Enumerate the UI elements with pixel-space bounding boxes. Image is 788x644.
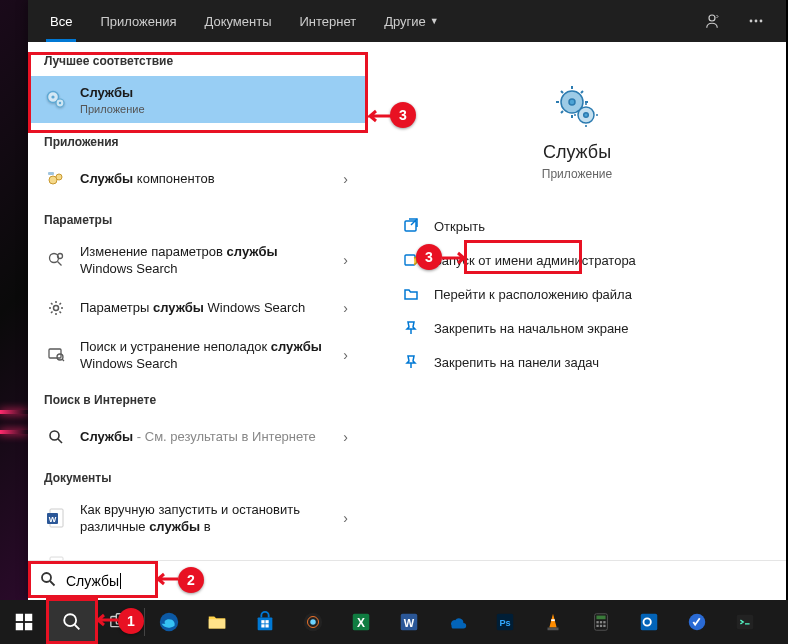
taskbar-app-store[interactable] — [241, 600, 289, 644]
filter-tab-bar: Все Приложения Документы Интернет Другие… — [28, 0, 786, 42]
section-best-match: Лучшее соответствие — [28, 42, 368, 76]
svg-rect-59 — [603, 621, 605, 623]
chevron-right-icon[interactable]: › — [339, 510, 352, 526]
svg-rect-30 — [16, 614, 23, 621]
svg-point-0 — [709, 15, 715, 21]
open-icon — [402, 217, 420, 235]
tab-apps[interactable]: Приложения — [86, 0, 190, 42]
result-doc-item[interactable]: W Какой срок службы › — [28, 544, 368, 560]
preview-title: Службы — [392, 142, 762, 163]
result-doc-item[interactable]: W Как вручную запустить и остановить раз… — [28, 493, 368, 544]
preview-subtitle: Приложение — [392, 167, 762, 181]
result-setting-item[interactable]: Изменение параметров службы Windows Sear… — [28, 235, 368, 286]
taskbar: X W Ps — [0, 600, 788, 644]
action-open-location[interactable]: Перейти к расположению файла — [392, 277, 762, 311]
svg-point-24 — [569, 99, 575, 105]
search-icon — [44, 425, 68, 449]
taskbar-app-outlook[interactable] — [625, 600, 673, 644]
chevron-right-icon[interactable]: › — [339, 429, 352, 445]
component-services-icon — [44, 167, 68, 191]
action-pin-start[interactable]: Закрепить на начальном экране — [392, 311, 762, 345]
svg-rect-58 — [600, 621, 602, 623]
gear-icon — [44, 296, 68, 320]
search-icon — [40, 571, 56, 591]
svg-point-16 — [50, 431, 59, 440]
svg-rect-53 — [551, 619, 555, 621]
chevron-right-icon[interactable]: › — [339, 252, 352, 268]
svg-rect-31 — [25, 614, 32, 621]
section-documents: Документы — [28, 459, 368, 493]
taskbar-app-vlc[interactable] — [529, 600, 577, 644]
svg-rect-36 — [116, 614, 129, 624]
results-list: Лучшее соответствие Службы Приложение Пр… — [28, 42, 368, 560]
section-web: Поиск в Интернете — [28, 381, 368, 415]
word-doc-icon: W — [44, 554, 68, 560]
taskbar-app-generic[interactable] — [289, 600, 337, 644]
svg-rect-39 — [258, 617, 273, 630]
task-view-button[interactable] — [96, 600, 144, 644]
svg-rect-38 — [209, 619, 226, 628]
svg-point-29 — [42, 573, 51, 582]
svg-text:W: W — [49, 515, 57, 524]
svg-rect-61 — [600, 625, 602, 627]
svg-rect-40 — [261, 620, 264, 623]
search-input[interactable]: Службы — [28, 560, 786, 600]
svg-rect-10 — [48, 172, 54, 175]
result-web-item[interactable]: Службы - См. результаты в Интернете › — [28, 415, 368, 459]
svg-rect-60 — [596, 625, 598, 627]
chevron-right-icon[interactable]: › — [339, 171, 352, 187]
taskbar-app-edge[interactable] — [145, 600, 193, 644]
svg-text:X: X — [357, 616, 365, 630]
taskbar-app-word[interactable]: W — [385, 600, 433, 644]
svg-point-1 — [750, 20, 753, 23]
svg-point-5 — [51, 96, 54, 99]
services-app-icon — [553, 82, 601, 130]
svg-point-46 — [310, 619, 316, 625]
taskbar-app-photoshop[interactable]: Ps — [481, 600, 529, 644]
gears-icon — [44, 87, 68, 111]
pin-icon — [402, 353, 420, 371]
feedback-button[interactable] — [690, 0, 734, 42]
result-setting-item[interactable]: Поиск и устранение неполадок службы Wind… — [28, 330, 368, 381]
desktop-background — [0, 0, 28, 600]
search-flyout: Все Приложения Документы Интернет Другие… — [28, 0, 786, 600]
action-open[interactable]: Открыть — [392, 209, 762, 243]
svg-point-34 — [64, 614, 76, 626]
tab-web[interactable]: Интернет — [285, 0, 370, 42]
tab-more[interactable]: Другие▼ — [370, 0, 453, 42]
svg-rect-54 — [548, 628, 559, 631]
pin-icon — [402, 319, 420, 337]
start-button[interactable] — [0, 600, 48, 644]
action-pin-taskbar[interactable]: Закрепить на панели задач — [392, 345, 762, 379]
svg-point-9 — [56, 174, 62, 180]
tab-documents[interactable]: Документы — [190, 0, 285, 42]
chevron-right-icon[interactable]: › — [339, 300, 352, 316]
options-button[interactable] — [734, 0, 778, 42]
taskbar-app-terminal[interactable] — [721, 600, 769, 644]
taskbar-app-explorer[interactable] — [193, 600, 241, 644]
taskbar-app-calculator[interactable] — [577, 600, 625, 644]
taskbar-app-onedrive[interactable] — [433, 600, 481, 644]
svg-rect-57 — [596, 621, 598, 623]
svg-point-7 — [59, 102, 61, 104]
svg-rect-43 — [265, 624, 268, 627]
action-run-as-admin[interactable]: Запуск от имени администратора — [392, 243, 762, 277]
result-app-item[interactable]: Службы компонентов › — [28, 157, 368, 201]
word-doc-icon: W — [44, 506, 68, 530]
section-apps: Приложения — [28, 123, 368, 157]
svg-point-2 — [755, 20, 758, 23]
result-title: Службы — [80, 84, 352, 102]
taskbar-app-excel[interactable]: X — [337, 600, 385, 644]
result-best-match[interactable]: Службы Приложение — [28, 76, 368, 123]
svg-rect-28 — [405, 255, 415, 265]
svg-point-3 — [760, 20, 763, 23]
chevron-right-icon[interactable]: › — [339, 558, 352, 560]
result-setting-item[interactable]: Параметры службы Windows Search › — [28, 286, 368, 330]
svg-rect-32 — [16, 623, 23, 630]
taskbar-app-generic2[interactable] — [673, 600, 721, 644]
svg-rect-56 — [596, 616, 605, 620]
chevron-right-icon[interactable]: › — [339, 347, 352, 363]
taskbar-search-button[interactable] — [48, 600, 96, 644]
tab-all[interactable]: Все — [36, 0, 86, 42]
admin-shield-icon — [402, 251, 420, 269]
